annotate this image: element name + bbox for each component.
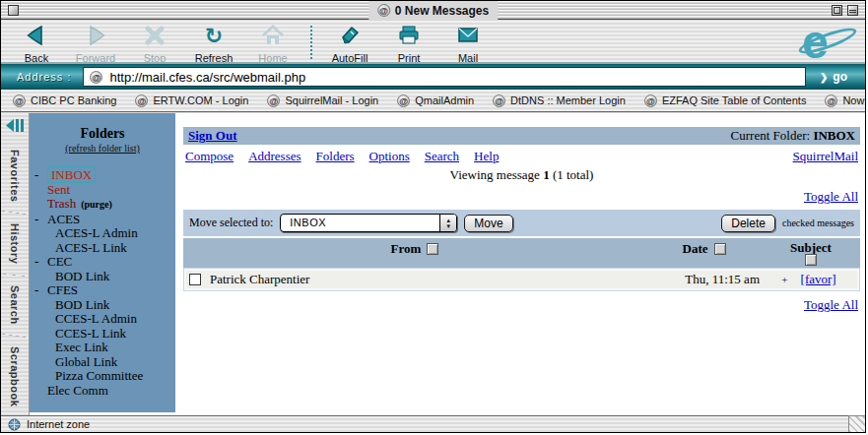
folder-inbox[interactable]: -INBOX xyxy=(30,168,175,183)
folder-cec[interactable]: -CEC xyxy=(30,255,175,270)
favorite-item-now[interactable]: @Now xyxy=(825,94,864,107)
print-button[interactable]: Print xyxy=(379,24,438,66)
toggle-all-link[interactable]: Toggle All xyxy=(804,297,858,312)
status-bar: Internet zone xyxy=(1,415,865,432)
favorite-item-squirrelmail[interactable]: @SquirrelMail - Login xyxy=(267,94,378,107)
favorite-item-qmailadmin[interactable]: @QmailAdmin xyxy=(397,94,474,107)
squirrelmail-link[interactable]: SquirrelMail xyxy=(793,149,858,164)
move-bar: Move selected to: INBOX ▲▼ Move Delete c… xyxy=(183,210,860,236)
move-button[interactable]: Move xyxy=(464,215,512,232)
mail-label: Mail xyxy=(458,52,478,64)
favorite-icon: @ xyxy=(493,94,505,107)
message-row[interactable]: Patrick Charpentier Thu, 11:15 am + [fav… xyxy=(183,268,860,291)
stop-button[interactable]: Stop xyxy=(125,24,184,66)
addresses-link[interactable]: Addresses xyxy=(248,149,300,164)
move-folder-select[interactable]: INBOX ▲▼ xyxy=(280,214,457,232)
select-arrows-icon: ▲▼ xyxy=(439,215,456,231)
title-bar[interactable]: @ 0 New Messages xyxy=(1,1,865,20)
collapse-button[interactable] xyxy=(847,5,858,16)
message-checkbox[interactable] xyxy=(189,274,201,285)
favorite-item-cibc[interactable]: @CIBC PC Banking xyxy=(13,94,116,107)
mail-pane: Sign Out Current Folder: INBOX Compose A… xyxy=(175,113,865,415)
refresh-button[interactable]: ↻ Refresh xyxy=(184,24,243,66)
folder-sent[interactable]: Sent xyxy=(30,183,175,198)
close-button[interactable] xyxy=(8,5,19,16)
back-button[interactable]: Back xyxy=(7,24,66,66)
go-label: go xyxy=(833,70,847,84)
folder-elec-comm[interactable]: Elec Comm xyxy=(30,384,175,399)
subject-sort-checkbox[interactable] xyxy=(805,254,817,266)
folders-panel: Folders (refresh folder list) -INBOX Sen… xyxy=(30,113,175,412)
mail-icon xyxy=(438,24,498,48)
message-date: Thu, 11:15 am xyxy=(640,272,764,287)
folder-exec-link[interactable]: Exec Link xyxy=(30,341,175,355)
zoom-button[interactable] xyxy=(832,5,842,16)
tab-favorites[interactable]: Favorites xyxy=(9,141,21,211)
address-bar: Address : @ http://mail.cfes.ca/src/webm… xyxy=(1,64,865,90)
compose-link[interactable]: Compose xyxy=(185,149,234,164)
browser-toolbar: Back Forward Stop ↻ Refresh Home xyxy=(1,21,865,64)
purge-link[interactable]: (purge) xyxy=(81,199,112,210)
collapse-sidebar-button[interactable] xyxy=(5,113,25,141)
message-flag: + xyxy=(781,274,787,285)
refresh-folder-list-link[interactable]: (refresh folder list) xyxy=(30,143,175,154)
folder-cces-l-admin[interactable]: CCES-L Admin xyxy=(30,312,175,327)
folder-cfes[interactable]: -CFES xyxy=(30,283,175,298)
autofill-button[interactable]: AutoFill xyxy=(320,24,379,66)
toggle-all-bottom: Toggle All xyxy=(183,297,860,313)
message-subject-link[interactable]: [favor] xyxy=(801,272,836,287)
options-link[interactable]: Options xyxy=(369,149,410,164)
current-folder: Current Folder: INBOX xyxy=(731,128,855,144)
resize-grip[interactable] xyxy=(848,415,865,432)
folder-cfes-bod-link[interactable]: BOD Link xyxy=(30,298,175,313)
message-table-header: From Date Subject xyxy=(183,238,860,268)
favorite-icon: @ xyxy=(13,94,26,107)
folder-pizza-committee[interactable]: Pizza Committee xyxy=(30,369,175,384)
url-icon: @ xyxy=(90,71,102,84)
favorite-item-ezfaq[interactable]: @EZFAQ Site Table of Contents xyxy=(644,94,807,107)
folder-cces-l-link[interactable]: CCES-L Link xyxy=(30,327,175,342)
forward-button[interactable]: Forward xyxy=(66,24,125,66)
folder-aces-l-admin[interactable]: ACES-L Admin xyxy=(30,226,175,241)
print-icon xyxy=(379,24,438,48)
toggle-all-top: Toggle All xyxy=(183,189,860,205)
content-area: Favorites History Search Scrapbook Folde… xyxy=(1,113,865,415)
browser-window: @ 0 New Messages Back Forward Stop xyxy=(0,0,866,433)
mail-button[interactable]: Mail xyxy=(438,24,498,66)
tab-history[interactable]: History xyxy=(9,215,21,273)
address-url[interactable]: http://mail.cfes.ca/src/webmail.php xyxy=(109,70,305,85)
window-title-text: 0 New Messages xyxy=(395,4,489,18)
status-text: Internet zone xyxy=(27,418,90,430)
help-link[interactable]: Help xyxy=(474,149,499,164)
toggle-all-link[interactable]: Toggle All xyxy=(804,189,858,204)
address-input[interactable]: @ http://mail.cfes.ca/src/webmail.php xyxy=(83,67,806,87)
folders-link[interactable]: Folders xyxy=(316,149,355,164)
folder-cec-bod-link[interactable]: BOD Link xyxy=(30,270,175,284)
favorite-item-ertw[interactable]: @ERTW.COM - Login xyxy=(135,94,248,107)
sidebar-tabstrip: Favorites History Search Scrapbook xyxy=(1,113,30,415)
folder-aces-l-link[interactable]: ACES-L Link xyxy=(30,241,175,256)
toolbar-separator xyxy=(310,26,312,59)
home-button[interactable]: Home xyxy=(243,24,302,66)
date-header: Date xyxy=(683,241,708,257)
print-label: Print xyxy=(398,52,421,64)
autofill-label: AutoFill xyxy=(332,52,368,64)
tab-scrapbook[interactable]: Scrapbook xyxy=(9,338,21,415)
forward-icon xyxy=(66,24,125,48)
sign-out-link[interactable]: Sign Out xyxy=(188,128,237,144)
search-link[interactable]: Search xyxy=(425,149,459,164)
delete-button[interactable]: Delete xyxy=(721,215,775,232)
favorite-icon: @ xyxy=(267,94,280,107)
autofill-icon xyxy=(320,24,379,48)
from-header: From xyxy=(391,241,422,257)
folder-trash[interactable]: Trash(purge) xyxy=(30,197,175,213)
from-sort-checkbox[interactable] xyxy=(427,243,438,255)
favorite-item-dtdns[interactable]: @DtDNS :: Member Login xyxy=(493,94,626,107)
subject-header: Subject xyxy=(790,241,832,254)
date-sort-checkbox[interactable] xyxy=(714,243,726,255)
mail-nav: Compose Addresses Folders Options Search… xyxy=(183,149,860,164)
folder-aces[interactable]: -ACES xyxy=(30,213,175,227)
tab-search[interactable]: Search xyxy=(9,277,21,334)
folder-global-link[interactable]: Global Link xyxy=(30,355,175,370)
go-button[interactable]: ❯ go xyxy=(806,70,861,84)
